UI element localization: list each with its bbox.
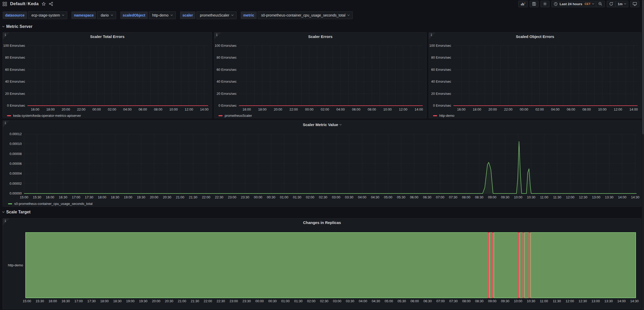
panel-header[interactable]: Scaler Total Errors	[3, 33, 212, 40]
panel-menu-chevron-icon[interactable]	[339, 123, 342, 125]
x-tick-label: 10:00	[598, 107, 607, 111]
x-tick-label: 09:30	[501, 195, 510, 199]
legend-item[interactable]: s0-prometheus-container_cpu_usage_second…	[8, 202, 93, 206]
time-controls: Last 24 hours CET	[551, 1, 605, 7]
x-tick-label: 08:30	[475, 195, 483, 199]
variable-value: s0-prometheus-container_cpu_usage_second…	[261, 13, 345, 17]
x-tick-label: 03:00	[333, 299, 342, 303]
breadcrumb-page[interactable]: Keda	[28, 1, 39, 6]
legend-swatch	[433, 115, 437, 116]
legend-item[interactable]: http-demo	[433, 114, 454, 118]
x-tick-label: 02:00	[108, 107, 116, 111]
x-tick-label: 07:30	[449, 195, 458, 199]
y-tick-label: 40 Errors/sec	[431, 80, 451, 83]
series-line	[24, 142, 637, 193]
x-tick-label: 02:30	[320, 299, 329, 303]
dashboard-settings-button[interactable]	[541, 1, 549, 7]
x-tick-label: 23:00	[228, 195, 236, 199]
panel-header[interactable]: Scaler Errors	[214, 33, 426, 40]
row-header-scale-target[interactable]: Scale Target	[3, 209, 31, 215]
x-tick-label: 21:30	[189, 195, 198, 199]
panel-header[interactable]: Changes in Replicas	[3, 219, 641, 226]
x-tick-label: 16:00	[31, 107, 39, 111]
chevron-down-icon	[111, 14, 113, 16]
x-tick-label: 06:00	[411, 299, 419, 303]
panel-chart-area: 16:0018:0020:0022:0000:0002:0004:0006:00…	[214, 40, 426, 118]
row-header-metric-server[interactable]: Metric Server	[3, 23, 32, 30]
nav-left: Default/Keda	[3, 1, 53, 6]
panel-title[interactable]: Scaler Metric Value	[303, 122, 338, 127]
scrollbar-thumb[interactable]	[642, 0, 644, 134]
panel-changes-in-replicas: i Changes in Replicas 15:0015:3016:0016:…	[3, 218, 641, 309]
legend-series-name[interactable]: prometheusScaler	[225, 114, 252, 118]
variable-label: scaler	[180, 11, 195, 19]
variable-value-dropdown[interactable]: http-demo	[149, 11, 176, 19]
variable-label: namespace	[71, 11, 96, 19]
panel-chart-area: 16:0018:0020:0022:0000:0002:0004:0006:00…	[3, 40, 212, 118]
time-range-picker[interactable]: Last 24 hours CET	[551, 1, 596, 7]
x-tick-label: 22:00	[290, 107, 298, 111]
x-tick-label: 12:00	[399, 107, 407, 111]
chart-svg: 15:0015:3016:0016:3017:0017:3018:0018:30…	[3, 128, 641, 206]
panel-scaler-metric-value: i Scaler Metric Value 15:0015:3016:0016:…	[3, 120, 641, 207]
kiosk-mode-button[interactable]	[630, 1, 639, 7]
top-nav: Default/Keda	[0, 0, 642, 8]
share-icon[interactable]	[49, 2, 53, 6]
chart-svg: 16:0018:0020:0022:0000:0002:0004:0006:00…	[429, 40, 641, 118]
y-tick-label: 0.00006	[10, 162, 22, 166]
grafana-dashboard: Default/Keda	[0, 0, 644, 310]
zoom-out-time-button[interactable]	[596, 1, 605, 7]
x-tick-label: 09:00	[488, 299, 497, 303]
page-scrollbar[interactable]	[642, 0, 644, 310]
panel-title[interactable]: Scaled Object Errors	[516, 34, 554, 39]
x-tick-label: 12:30	[579, 299, 587, 303]
variable-value: ecp-stage-system	[32, 13, 60, 17]
chevron-down-icon	[62, 14, 64, 16]
x-tick-label: 17:00	[72, 195, 80, 199]
x-tick-label: 05:30	[398, 299, 406, 303]
x-tick-label: 02:00	[307, 299, 316, 303]
save-dashboard-button[interactable]	[530, 1, 539, 7]
legend-item[interactable]: keda-system/keda-operator-metrics-apiser…	[7, 114, 81, 118]
x-tick-label: 02:00	[535, 107, 544, 111]
variable-value-dropdown[interactable]: ecp-stage-system	[28, 11, 67, 19]
timezone-label: CET	[585, 2, 590, 5]
x-tick-label: 20:30	[165, 299, 173, 303]
variable-value: prometheusScaler	[200, 13, 229, 17]
add-panel-button[interactable]	[518, 1, 528, 7]
legend-swatch	[8, 203, 12, 204]
x-tick-label: 16:30	[59, 195, 67, 199]
legend-series-name[interactable]: keda-system/keda-operator-metrics-apiser…	[13, 114, 81, 118]
x-tick-label: 14:00	[617, 299, 626, 303]
legend-series-name[interactable]: s0-prometheus-container_cpu_usage_second…	[14, 202, 93, 206]
x-tick-label: 17:30	[85, 195, 93, 199]
x-tick-label: 22:00	[202, 195, 210, 199]
refresh-button[interactable]	[607, 1, 616, 7]
breadcrumb[interactable]: Default/Keda	[10, 1, 39, 6]
refresh-interval-picker[interactable]: 1m	[615, 1, 628, 7]
star-icon[interactable]	[42, 2, 46, 6]
variable-value-dropdown[interactable]: s0-prometheus-container_cpu_usage_second…	[258, 11, 353, 19]
x-tick-label: 02:30	[319, 195, 328, 199]
legend-series-name[interactable]: http-demo	[439, 114, 454, 118]
panel-title[interactable]: Scaler Errors	[308, 34, 332, 39]
panel-title[interactable]: Scaler Total Errors	[90, 34, 124, 39]
apps-grid-icon[interactable]	[3, 2, 7, 6]
panel-title[interactable]: Changes in Replicas	[303, 220, 341, 225]
x-tick-label: 00:00	[255, 299, 264, 303]
y-tick-label: 0.00008	[10, 152, 22, 156]
panel-header[interactable]: Scaler Metric Value	[3, 121, 641, 128]
y-tick-label: 0 Errors/sec	[7, 104, 25, 107]
panel-header[interactable]: Scaled Object Errors	[429, 33, 641, 40]
timeline-segment-ok	[494, 233, 518, 298]
x-tick-label: 07:00	[436, 299, 445, 303]
variable-value-dropdown[interactable]: prometheusScaler	[196, 11, 237, 19]
x-tick-label: 22:00	[77, 107, 86, 111]
variable-label: scaledObject	[120, 11, 148, 19]
breadcrumb-root[interactable]: Default	[10, 1, 25, 6]
x-tick-label: 23:30	[243, 299, 251, 303]
variable-value-dropdown[interactable]: dario	[97, 11, 116, 19]
x-tick-label: 10:00	[514, 299, 522, 303]
x-tick-label: 12:00	[185, 107, 193, 111]
legend-item[interactable]: prometheusScaler	[218, 114, 252, 118]
